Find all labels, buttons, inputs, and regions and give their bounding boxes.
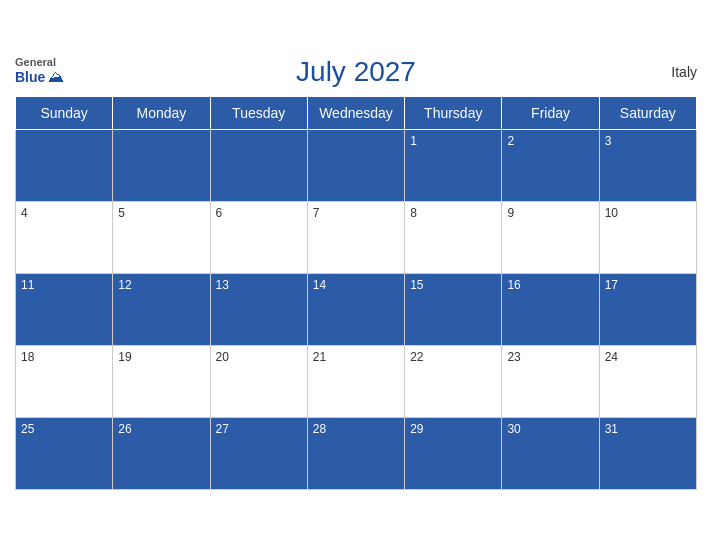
calendar-day-cell: 23 <box>502 345 599 417</box>
logo-bird-icon: ⛰ <box>48 68 64 86</box>
calendar-day-cell: 22 <box>405 345 502 417</box>
day-number: 15 <box>410 278 423 292</box>
calendar-week-row: 123 <box>16 129 697 201</box>
calendar-title: July 2027 <box>296 56 416 88</box>
header-tuesday: Tuesday <box>210 96 307 129</box>
header-friday: Friday <box>502 96 599 129</box>
calendar-table: Sunday Monday Tuesday Wednesday Thursday… <box>15 96 697 490</box>
day-number: 11 <box>21 278 34 292</box>
logo-blue-text: Blue <box>15 70 45 84</box>
day-number: 17 <box>605 278 618 292</box>
header-monday: Monday <box>113 96 210 129</box>
calendar-day-cell: 20 <box>210 345 307 417</box>
day-number: 21 <box>313 350 326 364</box>
header-saturday: Saturday <box>599 96 696 129</box>
day-number: 18 <box>21 350 34 364</box>
country-label: Italy <box>671 64 697 80</box>
calendar-day-cell: 29 <box>405 417 502 489</box>
day-number: 29 <box>410 422 423 436</box>
calendar-day-cell <box>113 129 210 201</box>
day-number: 28 <box>313 422 326 436</box>
calendar-day-cell: 3 <box>599 129 696 201</box>
calendar-day-cell: 1 <box>405 129 502 201</box>
day-number: 9 <box>507 206 514 220</box>
calendar-week-row: 11121314151617 <box>16 273 697 345</box>
calendar-day-cell: 21 <box>307 345 404 417</box>
day-number: 5 <box>118 206 125 220</box>
calendar-day-cell: 24 <box>599 345 696 417</box>
calendar-header: General Blue ⛰ July 2027 Italy <box>15 56 697 88</box>
calendar-day-cell: 26 <box>113 417 210 489</box>
calendar-day-cell: 28 <box>307 417 404 489</box>
logo-container: General Blue ⛰ <box>15 57 64 86</box>
day-number: 31 <box>605 422 618 436</box>
day-number: 25 <box>21 422 34 436</box>
calendar-day-cell: 8 <box>405 201 502 273</box>
day-number: 24 <box>605 350 618 364</box>
calendar-day-cell <box>210 129 307 201</box>
calendar-day-cell: 11 <box>16 273 113 345</box>
calendar-day-cell: 2 <box>502 129 599 201</box>
calendar-day-cell: 7 <box>307 201 404 273</box>
day-number: 22 <box>410 350 423 364</box>
calendar-week-row: 25262728293031 <box>16 417 697 489</box>
day-number: 1 <box>410 134 417 148</box>
calendar-day-cell: 9 <box>502 201 599 273</box>
header-wednesday: Wednesday <box>307 96 404 129</box>
day-number: 10 <box>605 206 618 220</box>
calendar-day-cell: 14 <box>307 273 404 345</box>
calendar-day-cell: 27 <box>210 417 307 489</box>
day-number: 20 <box>216 350 229 364</box>
calendar-wrapper: General Blue ⛰ July 2027 Italy Sunday Mo… <box>0 46 712 505</box>
weekday-header-row: Sunday Monday Tuesday Wednesday Thursday… <box>16 96 697 129</box>
day-number: 23 <box>507 350 520 364</box>
calendar-week-row: 18192021222324 <box>16 345 697 417</box>
calendar-day-cell: 17 <box>599 273 696 345</box>
calendar-day-cell: 12 <box>113 273 210 345</box>
day-number: 7 <box>313 206 320 220</box>
header-sunday: Sunday <box>16 96 113 129</box>
day-number: 16 <box>507 278 520 292</box>
calendar-day-cell: 31 <box>599 417 696 489</box>
calendar-day-cell: 4 <box>16 201 113 273</box>
calendar-day-cell: 10 <box>599 201 696 273</box>
calendar-day-cell: 5 <box>113 201 210 273</box>
day-number: 19 <box>118 350 131 364</box>
calendar-day-cell: 30 <box>502 417 599 489</box>
logo-row: Blue ⛰ <box>15 68 64 86</box>
calendar-thead: Sunday Monday Tuesday Wednesday Thursday… <box>16 96 697 129</box>
day-number: 3 <box>605 134 612 148</box>
calendar-day-cell: 19 <box>113 345 210 417</box>
day-number: 4 <box>21 206 28 220</box>
calendar-day-cell: 18 <box>16 345 113 417</box>
day-number: 14 <box>313 278 326 292</box>
calendar-day-cell <box>16 129 113 201</box>
day-number: 6 <box>216 206 223 220</box>
calendar-day-cell: 25 <box>16 417 113 489</box>
calendar-day-cell: 15 <box>405 273 502 345</box>
calendar-body: 1234567891011121314151617181920212223242… <box>16 129 697 489</box>
calendar-week-row: 45678910 <box>16 201 697 273</box>
calendar-day-cell: 6 <box>210 201 307 273</box>
calendar-day-cell <box>307 129 404 201</box>
day-number: 26 <box>118 422 131 436</box>
calendar-day-cell: 16 <box>502 273 599 345</box>
day-number: 30 <box>507 422 520 436</box>
logo-general-text: General <box>15 57 56 68</box>
header-thursday: Thursday <box>405 96 502 129</box>
day-number: 12 <box>118 278 131 292</box>
day-number: 27 <box>216 422 229 436</box>
calendar-day-cell: 13 <box>210 273 307 345</box>
day-number: 8 <box>410 206 417 220</box>
day-number: 2 <box>507 134 514 148</box>
day-number: 13 <box>216 278 229 292</box>
logo-area: General Blue ⛰ <box>15 57 64 86</box>
